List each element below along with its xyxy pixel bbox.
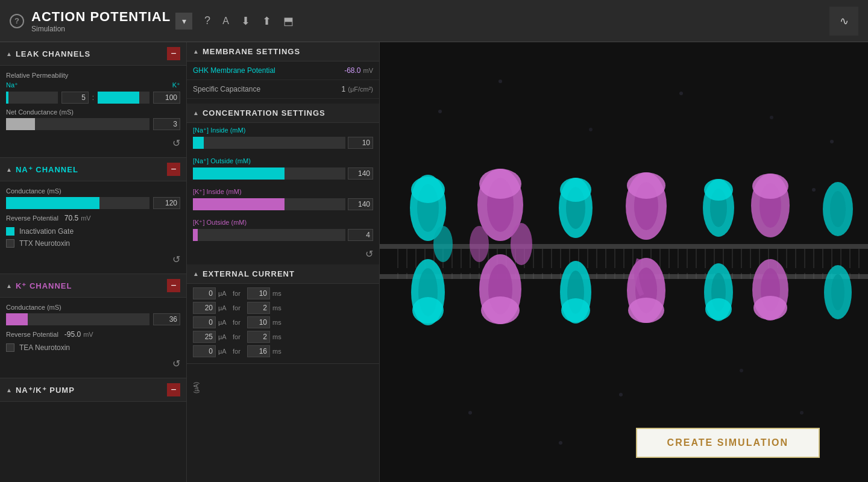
k-permeability-value[interactable]: 100	[153, 92, 180, 104]
net-conductance-slider[interactable]	[6, 118, 149, 130]
na-inside-slider-row: 10	[193, 137, 373, 149]
ext-dur-2[interactable]: 10	[247, 316, 270, 328]
ghk-label: GHK Membrane Potential	[193, 66, 344, 75]
k-outside-slider-row: 4	[193, 229, 373, 241]
right-config-panel: ▲ MEMBRANE SETTINGS GHK Membrane Potenti…	[187, 42, 380, 482]
download-icon[interactable]: ⬇	[241, 14, 250, 28]
ext-dur-4[interactable]: 16	[247, 345, 270, 357]
help-icon[interactable]: ?	[204, 14, 210, 27]
svg-point-10	[740, 369, 743, 372]
inactivation-gate-checkbox[interactable]	[6, 227, 14, 236]
k-conductance-value[interactable]: 36	[153, 313, 180, 325]
ext-unit-4: μA	[218, 348, 230, 355]
na-reverse-potential-label: Reverse Potential	[6, 214, 58, 222]
ext-current-row-1: 20 μA for 2 ms	[193, 302, 373, 314]
ext-current-row-4: 0 μA for 16 ms	[193, 345, 373, 357]
external-arrow-icon: ▲	[193, 271, 199, 277]
na-outside-value[interactable]: 140	[348, 167, 373, 180]
k-inside-value[interactable]: 140	[348, 198, 373, 210]
svg-point-138	[560, 178, 591, 202]
membrane-visualization	[380, 42, 868, 482]
external-current-title: EXTERNAL CURRENT	[203, 269, 373, 278]
ext-val-2[interactable]: 0	[193, 316, 216, 328]
ext-val-4[interactable]: 0	[193, 345, 216, 357]
dropdown-button[interactable]: ▾	[175, 13, 192, 30]
na-inside-slider[interactable]	[193, 137, 345, 149]
membrane-arrow-icon: ▲	[193, 48, 199, 55]
svg-point-123	[411, 177, 445, 203]
k-outside-label: [K⁺] Outside (mM)	[193, 219, 373, 227]
na-conductance-value[interactable]: 120	[153, 197, 180, 209]
k-outside-value[interactable]: 4	[348, 229, 373, 241]
tea-checkbox[interactable]	[6, 343, 14, 352]
ext-val-3[interactable]: 25	[193, 331, 216, 343]
capacitance-row: Specific Capacitance 1 (μF/cm²)	[187, 80, 379, 99]
waveform-button[interactable]: ∿	[829, 7, 858, 36]
svg-point-150	[704, 179, 733, 201]
concentration-reset-button[interactable]: ↺	[365, 248, 373, 260]
upload-icon[interactable]: ⬆	[262, 14, 271, 28]
k-inside-slider[interactable]	[193, 198, 345, 210]
create-simulation-button[interactable]: CREATE SIMULATION	[636, 428, 820, 458]
k-permeability-slider[interactable]	[98, 92, 149, 104]
ext-dur-0[interactable]: 10	[247, 287, 270, 299]
na-k-pump-header[interactable]: ▲ NA⁺/K⁺ PUMP −	[0, 378, 186, 402]
ext-val-1[interactable]: 20	[193, 302, 216, 314]
na-channel-header[interactable]: ▲ NA⁺ CHANNEL −	[0, 158, 186, 181]
concentration-arrow-icon: ▲	[193, 110, 199, 116]
k-collapse-button[interactable]: −	[167, 279, 180, 292]
waveform-icon: ∿	[840, 14, 849, 28]
leak-collapse-button[interactable]: −	[167, 47, 180, 60]
k-reverse-potential-row: Reverse Potential -95.0 mV	[6, 330, 180, 339]
ext-val-0[interactable]: 0	[193, 287, 216, 299]
net-conductance-value[interactable]: 3	[153, 118, 180, 130]
na-permeability-value[interactable]: 5	[61, 92, 89, 104]
na-inside-label: [Na⁺] Inside (mM)	[193, 127, 373, 134]
ext-for-4: for	[233, 348, 245, 355]
topbar: ? ACTION POTENTIAL Simulation ▾ ? A ⬇ ⬆ …	[0, 0, 868, 42]
ext-for-0: for	[233, 290, 245, 297]
svg-point-4	[679, 92, 683, 95]
ext-unit-3: μA	[218, 333, 230, 340]
na-conductance-slider[interactable]	[6, 197, 149, 209]
na-reset-button[interactable]: ↺	[172, 254, 180, 265]
k-reset-button[interactable]: ↺	[172, 358, 180, 369]
external-current-header[interactable]: ▲ EXTERNAL CURRENT	[187, 264, 379, 284]
svg-point-11	[468, 411, 472, 415]
leak-reset-button[interactable]: ↺	[172, 137, 180, 149]
leak-channels-header[interactable]: ▲ LEAK CHANNELS −	[0, 42, 186, 66]
na-collapse-button[interactable]: −	[167, 163, 180, 176]
membrane-settings-header[interactable]: ▲ MEMBRANE SETTINGS	[187, 42, 379, 61]
pump-collapse-button[interactable]: −	[167, 383, 180, 396]
na-reverse-potential-unit: mV	[81, 214, 91, 222]
na-permeability-slider[interactable]	[6, 92, 58, 104]
na-outside-slider[interactable]	[193, 167, 345, 180]
k-conductance-row: 36	[6, 313, 180, 325]
na-arrow-icon: ▲	[6, 166, 12, 173]
ttx-checkbox[interactable]	[6, 239, 14, 248]
help-button[interactable]: ?	[10, 14, 24, 28]
k-reverse-potential-value: -95.0	[64, 330, 81, 339]
svg-rect-15	[380, 244, 868, 249]
svg-point-3	[589, 128, 593, 131]
svg-point-13	[559, 441, 562, 445]
concentration-reset-row: ↺	[187, 246, 379, 262]
ext-dur-3[interactable]: 2	[247, 331, 270, 343]
k-conductance-label: Conductance (mS)	[6, 304, 180, 311]
export-icon[interactable]: ⬒	[283, 14, 294, 28]
font-icon[interactable]: A	[222, 16, 229, 27]
relative-permeability-label: Relative Permeability	[6, 72, 180, 79]
capacitance-unit: (μF/cm²)	[348, 86, 373, 93]
k-outside-slider[interactable]	[193, 229, 345, 241]
permeability-sliders-row: 5 : 100	[6, 92, 180, 104]
k-channel-header[interactable]: ▲ K⁺ CHANNEL −	[0, 274, 186, 298]
ext-unit-0: μA	[218, 290, 230, 297]
ext-dur-1[interactable]: 2	[247, 302, 270, 314]
ext-for-1: for	[233, 304, 245, 311]
na-inside-value[interactable]: 10	[348, 137, 373, 149]
capacitance-label: Specific Capacitance	[193, 85, 342, 93]
k-conductance-slider[interactable]	[6, 313, 149, 325]
ext-for-3: for	[233, 333, 245, 340]
concentration-settings-header[interactable]: ▲ CONCENTRATION SETTINGS	[187, 104, 379, 123]
na-reverse-potential-value: 70.5	[64, 214, 78, 222]
